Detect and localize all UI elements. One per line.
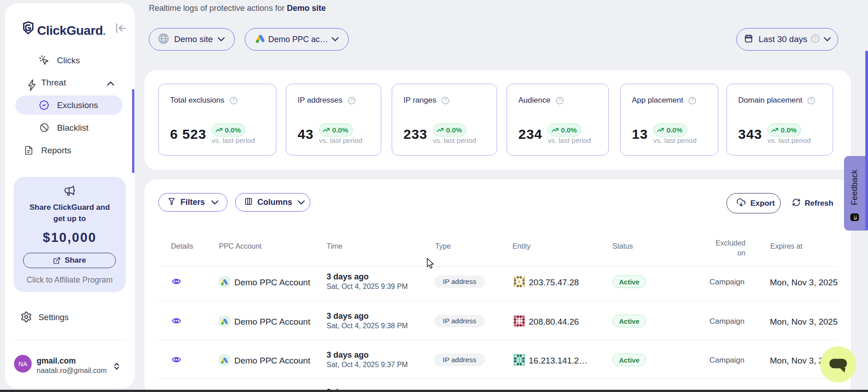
svg-text:?: ? <box>814 36 816 41</box>
svg-text:?: ? <box>810 98 813 103</box>
svg-text:?: ? <box>444 98 447 103</box>
svg-text:?: ? <box>558 98 561 103</box>
svg-text:?: ? <box>232 98 235 103</box>
svg-text:?: ? <box>691 98 694 103</box>
svg-text:?: ? <box>350 98 353 103</box>
